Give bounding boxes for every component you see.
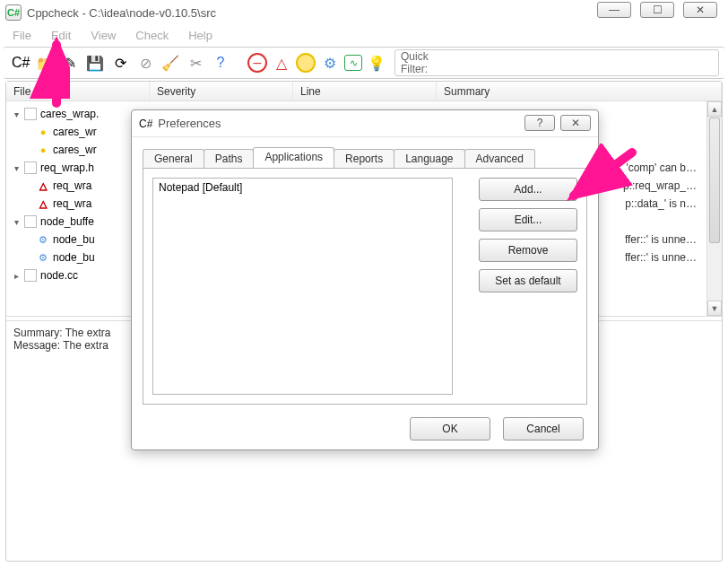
minimize-button[interactable]: —: [597, 2, 631, 18]
tab-applications[interactable]: Applications: [253, 147, 334, 168]
applications-list[interactable]: Notepad [Default]: [152, 178, 453, 395]
filter-info-icon[interactable]: 💡: [366, 52, 387, 74]
menu-help[interactable]: Help: [179, 27, 221, 44]
toolbar-clear-icon[interactable]: 🧹: [160, 52, 181, 74]
toolbar-save-icon[interactable]: 💾: [84, 52, 106, 74]
window-controls: — ☐ ✕: [597, 2, 717, 18]
dialog-close-button[interactable]: ✕: [560, 115, 591, 131]
menu-check[interactable]: Check: [126, 27, 178, 44]
preferences-dialog: C# Preferences ? ✕ GeneralPathsApplicati…: [131, 109, 599, 450]
filter-perf-icon[interactable]: ⚙: [319, 52, 341, 74]
doc-icon: [24, 269, 37, 282]
tree-row[interactable]: ●cares_wr: [12, 141, 136, 159]
remove-button[interactable]: Remove: [479, 239, 577, 262]
gear-icon: ⚙: [37, 233, 49, 246]
warn-icon: △: [37, 197, 49, 210]
menubar: File Edit View Check Help: [0, 25, 728, 45]
filter-warning-icon[interactable]: △: [271, 52, 292, 74]
menu-edit[interactable]: Edit: [42, 27, 80, 44]
maximize-button[interactable]: ☐: [640, 2, 674, 18]
toolbar-new-icon[interactable]: C#: [9, 52, 30, 74]
quick-filter: Quick Filter:: [394, 49, 719, 76]
doc-icon: [24, 215, 37, 228]
menu-view[interactable]: View: [82, 27, 125, 44]
doc-icon: [24, 108, 37, 120]
filter-portability-icon[interactable]: ∿: [344, 55, 362, 71]
dialog-app-icon: C#: [139, 118, 152, 130]
tree-row[interactable]: ●cares_wr: [12, 123, 136, 141]
app-icon: C#: [5, 4, 22, 21]
close-button[interactable]: ✕: [683, 2, 717, 18]
tab-advanced[interactable]: Advanced: [464, 149, 535, 168]
gear-icon: ⚙: [37, 251, 49, 264]
toolbar-edit-icon[interactable]: ✎: [59, 52, 81, 74]
dialog-title: Preferences: [158, 117, 221, 130]
col-line[interactable]: Line: [293, 82, 437, 100]
filter-style-icon[interactable]: [296, 53, 316, 73]
menu-file[interactable]: File: [4, 27, 40, 44]
tab-paths[interactable]: Paths: [204, 149, 255, 168]
toolbar-tools-icon[interactable]: ✂: [185, 52, 206, 74]
dialog-tabs: GeneralPathsApplicationsReportsLanguageA…: [143, 146, 587, 168]
tree-row[interactable]: ▾cares_wrap.: [12, 105, 136, 123]
style-icon: ●: [37, 144, 49, 156]
tab-panel-applications: Notepad [Default] Add... Edit... Remove …: [143, 168, 587, 405]
toolbar: C# 📁 ✎ 💾 ⟳ ⊘ 🧹 ✂ ? – △ ⚙ ∿ 💡 Quick Filte…: [4, 47, 724, 79]
col-severity[interactable]: Severity: [150, 82, 293, 100]
scroll-down-icon[interactable]: ▼: [707, 301, 722, 316]
filter-error-icon[interactable]: –: [247, 53, 267, 73]
col-file[interactable]: File: [6, 82, 150, 100]
quick-filter-input[interactable]: [454, 56, 713, 70]
scroll-up-icon[interactable]: ▲: [707, 101, 722, 117]
tree-row[interactable]: △req_wra: [12, 195, 136, 213]
vertical-scrollbar[interactable]: ▲ ▼: [706, 101, 722, 316]
tab-language[interactable]: Language: [394, 149, 464, 168]
tree-row[interactable]: ▾node_buffe: [12, 213, 136, 231]
tree-row[interactable]: △req_wra: [12, 177, 136, 195]
file-tree[interactable]: ▾cares_wrap.●cares_wr●cares_wr▾req_wrap.…: [6, 101, 136, 316]
toolbar-stop-icon[interactable]: ⊘: [134, 52, 156, 74]
doc-icon: [24, 161, 37, 174]
tree-row[interactable]: ⚙node_bu: [12, 231, 136, 249]
ok-button[interactable]: OK: [410, 417, 490, 441]
quick-filter-label: Quick Filter:: [401, 50, 448, 75]
window-title: Cppcheck - C:\idea\node-v0.10.5\src: [27, 6, 216, 20]
cancel-button[interactable]: Cancel: [503, 417, 584, 441]
tab-reports[interactable]: Reports: [334, 149, 394, 168]
add-button[interactable]: Add...: [479, 178, 577, 201]
tree-row[interactable]: ▸node.cc: [12, 266, 136, 284]
toolbar-help-icon[interactable]: ?: [210, 52, 231, 74]
scroll-thumb[interactable]: [709, 118, 720, 243]
col-summary[interactable]: Summary: [437, 82, 722, 100]
set-default-button[interactable]: Set as default: [479, 269, 577, 292]
tree-row[interactable]: ▾req_wrap.h: [12, 159, 136, 177]
app-list-item[interactable]: Notepad [Default]: [153, 179, 452, 196]
toolbar-refresh-icon[interactable]: ⟳: [109, 52, 131, 74]
style-icon: ●: [37, 126, 49, 138]
tree-row[interactable]: ⚙node_bu: [12, 249, 136, 266]
warn-icon: △: [37, 179, 49, 192]
dialog-help-button[interactable]: ?: [524, 115, 555, 131]
grid-header: File Severity Line Summary: [6, 82, 722, 101]
edit-button[interactable]: Edit...: [479, 208, 577, 231]
toolbar-folder-icon[interactable]: 📁: [34, 52, 56, 74]
tab-general[interactable]: General: [143, 149, 204, 168]
